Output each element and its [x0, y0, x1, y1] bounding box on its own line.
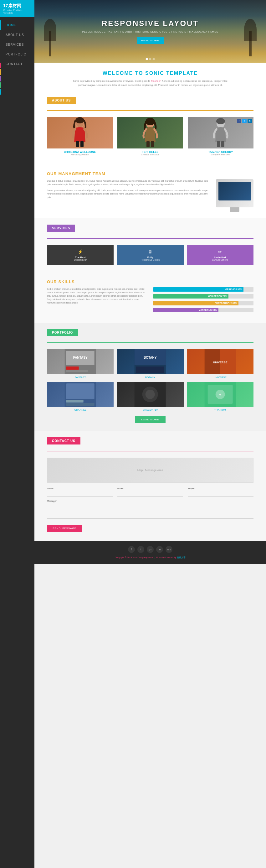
sidebar-nav: HOME ABOUT US SERVICES PORTFOLIO CONTACT — [0, 20, 34, 69]
management-text: Quisque in tellus tristique, gravida dol… — [47, 179, 210, 202]
about-section: ABOUT US — [34, 94, 266, 165]
svg-rect-11 — [217, 141, 220, 147]
footer-twitter-btn[interactable]: t — [137, 546, 144, 553]
skills-layout: Sed et pretium pretium, eu sodales arcu … — [47, 287, 254, 315]
social-linkedin-btn[interactable]: in — [247, 119, 252, 123]
service-title-1: Fully — [120, 256, 180, 259]
welcome-section: WELCOME TO SONIC TEMPLATE Sonic is provi… — [34, 63, 266, 94]
load-more-button[interactable]: LOAD MORE — [135, 416, 165, 423]
management-para-1: Quisque in tellus tristique, gravida dol… — [47, 179, 210, 186]
sidebar-item-contact[interactable]: CONTACT — [0, 59, 34, 69]
svg-point-31 — [145, 390, 155, 399]
svg-point-10 — [216, 118, 225, 124]
sidebar-dec-pink — [0, 63, 1, 68]
portfolio-thumb-inner-universe: UNIVERSE — [187, 349, 254, 374]
portfolio-thumb-inner-dragonfly — [117, 382, 184, 407]
hero-dot-3[interactable] — [153, 58, 155, 60]
portfolio-item-botany[interactable]: BOTANY BOTANY — [117, 349, 184, 379]
service-icon-2: ✏ — [190, 249, 251, 254]
hero-dot-2[interactable] — [149, 58, 152, 60]
skill-fill-photography: PHOTOGRAPHY 85% — [153, 301, 238, 305]
service-card-1: 🖥 Fully Responsive Design — [117, 245, 184, 265]
skill-label-graphics: GRAPHICS 90% — [225, 288, 242, 290]
contact-email-label: Email * — [118, 488, 183, 490]
contact-map-area: Map / Message Area — [47, 458, 254, 483]
hero-dot-1[interactable] — [146, 58, 148, 60]
contact-message-textarea[interactable] — [47, 503, 254, 519]
svg-rect-21 — [136, 367, 164, 373]
skill-label-photography: PHOTOGRAPHY 85% — [215, 302, 237, 304]
footer-linkedin-btn[interactable]: in — [156, 546, 163, 553]
team-role-2: Company President — [188, 154, 254, 156]
services-badge: SERVICES — [47, 225, 75, 232]
portfolio-badge: PORTFOLIO — [47, 329, 78, 336]
contact-subject-input[interactable] — [188, 492, 254, 497]
portfolio-thumb-universe: UNIVERSE — [187, 349, 254, 374]
contact-badge: CONTACT US — [47, 437, 80, 444]
hero-section: RESPONSIVE LAYOUT PELLENTESQUE HABITANT … — [34, 0, 266, 63]
skill-bar-webdesign: WEB DESIGN 75% — [153, 294, 254, 299]
portfolio-item-fantasy[interactable]: FANTASY FANTASY — [47, 349, 113, 379]
skill-track-photography: PHOTOGRAPHY 85% — [153, 301, 254, 305]
welcome-title: WELCOME TO SONIC TEMPLATE — [47, 70, 254, 76]
team-card-1: TERI BELLE Creative Executive — [118, 117, 183, 156]
skill-track-webdesign: WEB DESIGN 75% — [153, 294, 254, 299]
sidebar-dec-purple — [0, 76, 1, 82]
portfolio-thumb-inner-botany: BOTANY — [117, 349, 184, 374]
hero-tree-right — [244, 19, 257, 56]
team-card-0: CHRISTINA WELLDONE Marketing Director — [47, 117, 113, 156]
team-name-2: TAIVANA CHERRY — [188, 150, 254, 154]
sidebar-dec-cyan — [0, 89, 1, 95]
contact-email-input[interactable] — [118, 492, 183, 497]
skill-bar-photography: PHOTOGRAPHY 85% — [153, 301, 254, 305]
skills-title: OUR SKILLS — [47, 279, 254, 284]
portfolio-label-titanium: TITANIUM — [187, 408, 254, 411]
footer-copyright-text: Copyright © 2014 — [115, 556, 132, 559]
management-image — [216, 179, 254, 212]
sidebar-item-portfolio[interactable]: PORTFOLIO — [0, 50, 34, 59]
contact-email-field: Email * — [118, 488, 183, 497]
welcome-text-before: Sonic is provided by templateism website… — [73, 80, 150, 82]
management-section: OUR MANAGEMENT TEAM Quisque in tellus tr… — [34, 165, 266, 218]
portfolio-item-universe[interactable]: UNIVERSE UNIVERSE — [187, 349, 254, 379]
footer-google-btn[interactable]: g+ — [147, 546, 154, 553]
svg-rect-3 — [76, 141, 79, 147]
services-divider — [47, 238, 254, 239]
welcome-link[interactable]: Flashden — [151, 80, 161, 82]
contact-send-button[interactable]: SEND MESSAGE — [47, 525, 82, 532]
portfolio-thumb-inner-channel — [47, 382, 113, 407]
contact-message-field: Message * — [47, 500, 254, 520]
svg-point-2 — [75, 117, 84, 123]
sidebar-item-services[interactable]: SERVICES — [0, 40, 34, 50]
team-silhouette-1 — [118, 117, 183, 149]
hero-read-more-button[interactable]: READ MORE — [137, 37, 163, 44]
portfolio-item-titanium[interactable]: + TITANIUM — [187, 382, 254, 411]
sidebar-item-about[interactable]: ABOUT US — [0, 30, 34, 40]
portfolio-item-channel[interactable]: CHANNEL — [47, 382, 113, 411]
svg-rect-12 — [221, 141, 224, 147]
sidebar-dec-orange — [0, 69, 1, 75]
svg-rect-7 — [146, 141, 149, 147]
portfolio-label-botany: BOTANY — [117, 376, 184, 379]
sidebar-logo-subtitle: Creative Portfolio Template — [3, 9, 31, 14]
about-divider — [47, 110, 254, 111]
social-twitter-btn[interactable]: t — [242, 119, 246, 123]
social-facebook-btn[interactable]: f — [237, 119, 241, 123]
svg-text:+: + — [219, 393, 221, 397]
contact-name-field: Name * — [47, 488, 113, 497]
footer-social-icons: f t g+ in rss — [47, 546, 254, 553]
portfolio-item-dragonfly[interactable]: DRAGONFLY — [117, 382, 184, 411]
footer-facebook-btn[interactable]: f — [128, 546, 135, 553]
sidebar-logo: 17素材网 Creative Portfolio Template — [0, 0, 34, 17]
skill-bar-marketing: MARKETING 65% — [153, 308, 254, 312]
team-name-1: TERI BELLE — [118, 150, 183, 154]
skill-label-webdesign: WEB DESIGN 75% — [208, 295, 227, 297]
sidebar-logo-title: 17素材网 — [3, 3, 31, 9]
sidebar-item-home[interactable]: HOME — [0, 20, 34, 30]
welcome-text: Sonic is provided by templateism website… — [72, 79, 228, 87]
about-badge: ABOUT US — [47, 97, 76, 104]
footer-rss-btn[interactable]: rss — [166, 546, 172, 553]
portfolio-label-universe: UNIVERSE — [187, 376, 254, 379]
skill-label-marketing: MARKETING 65% — [199, 309, 217, 311]
contact-name-input[interactable] — [47, 492, 113, 497]
